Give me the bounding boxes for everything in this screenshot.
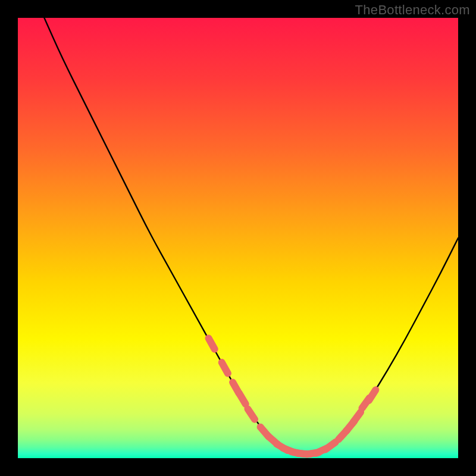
watermark-text: TheBottleneck.com xyxy=(355,2,470,18)
chart-frame: TheBottleneck.com xyxy=(0,0,476,476)
bottleneck-curve xyxy=(44,18,458,453)
highlight-marker xyxy=(204,334,219,353)
highlight-markers xyxy=(204,334,380,458)
highlight-marker xyxy=(217,358,232,378)
curve-layer xyxy=(18,18,458,458)
highlight-marker xyxy=(243,405,259,424)
plot-area xyxy=(18,18,458,458)
highlight-marker xyxy=(364,386,380,405)
